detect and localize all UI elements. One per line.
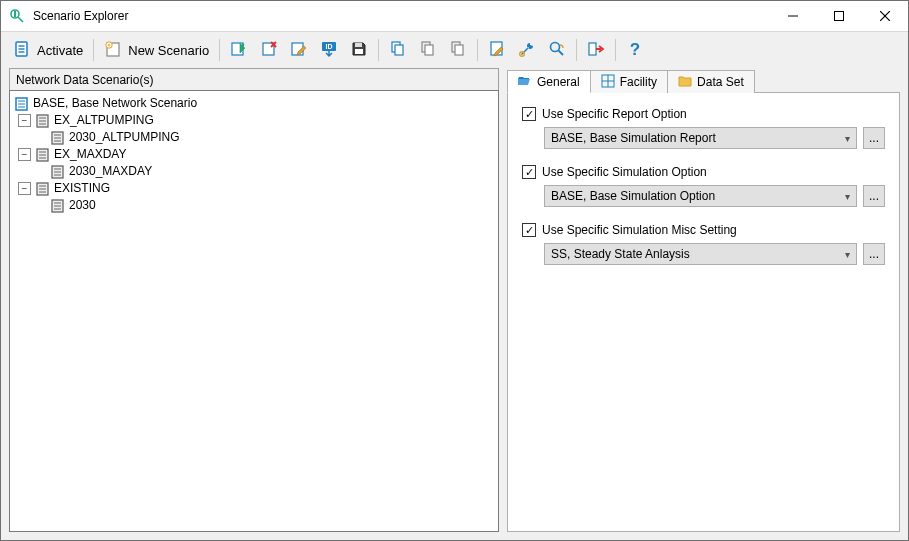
scenario-icon [35, 147, 50, 162]
svg-point-31 [551, 42, 560, 51]
dots-label: ... [869, 131, 879, 145]
combo-value: SS, Steady State Anlaysis [551, 247, 690, 261]
find-button[interactable] [542, 36, 572, 64]
separator [378, 39, 379, 61]
sim-combo[interactable]: BASE, Base Simulation Option ▾ [544, 185, 857, 207]
checkbox-checked-icon[interactable]: ✓ [522, 107, 536, 121]
tree-node[interactable]: 2030 [12, 197, 496, 214]
tree-label: EX_MAXDAY [54, 146, 126, 163]
combo-value: BASE, Base Simulation Report [551, 131, 716, 145]
use-misc-row[interactable]: ✓ Use Specific Simulation Misc Setting [522, 223, 885, 237]
tree-node[interactable]: 2030_MAXDAY [12, 163, 496, 180]
separator [93, 39, 94, 61]
collapse-icon[interactable]: − [18, 148, 31, 161]
svg-text:?: ? [630, 40, 640, 58]
notes-icon [488, 40, 506, 61]
checkbox-checked-icon[interactable]: ✓ [522, 165, 536, 179]
collapse-icon[interactable]: − [18, 182, 31, 195]
tree-node-base[interactable]: BASE, Base Network Scenario [12, 95, 496, 112]
use-report-label: Use Specific Report Option [542, 107, 687, 121]
sim-browse-button[interactable]: ... [863, 185, 885, 207]
save-icon [350, 40, 368, 61]
separator [219, 39, 220, 61]
tab-dataset[interactable]: Data Set [668, 70, 755, 93]
document-check-icon [13, 40, 31, 61]
refresh-icon [230, 40, 248, 61]
delete-icon [260, 40, 278, 61]
app-icon [9, 8, 25, 24]
scenario-icon [35, 113, 50, 128]
tree-label: EXISTING [54, 180, 110, 197]
use-sim-row[interactable]: ✓ Use Specific Simulation Option [522, 165, 885, 179]
svg-rect-22 [355, 49, 363, 54]
svg-rect-4 [835, 12, 844, 21]
export-button[interactable] [581, 36, 611, 64]
tab-label: General [537, 75, 580, 89]
collapse-icon[interactable]: − [18, 114, 31, 127]
edit-icon [290, 40, 308, 61]
combo-value: BASE, Base Simulation Option [551, 189, 715, 203]
tabs: General Facility Data Set [507, 68, 900, 92]
checkbox-checked-icon[interactable]: ✓ [522, 223, 536, 237]
close-button[interactable] [862, 1, 908, 31]
window: Scenario Explorer [0, 0, 909, 541]
wrench-icon [518, 40, 536, 61]
tab-facility[interactable]: Facility [591, 70, 668, 93]
edit-button[interactable] [284, 36, 314, 64]
tree-label: EX_ALTPUMPING [54, 112, 154, 129]
window-buttons [770, 1, 908, 31]
minimize-button[interactable] [770, 1, 816, 31]
report-combo[interactable]: BASE, Base Simulation Report ▾ [544, 127, 857, 149]
report-browse-button[interactable]: ... [863, 127, 885, 149]
maximize-button[interactable] [816, 1, 862, 31]
duplicate-button[interactable] [443, 36, 473, 64]
id-icon: ID [320, 40, 338, 61]
export-icon [587, 40, 605, 61]
svg-text:ID: ID [326, 43, 333, 50]
svg-rect-24 [395, 45, 403, 55]
toolbar: Activate New Scenario [1, 32, 908, 68]
svg-rect-26 [425, 45, 433, 55]
notes-button[interactable] [482, 36, 512, 64]
new-scenario-button[interactable]: New Scenario [98, 36, 215, 64]
right-panel: General Facility Data Set ✓ [507, 68, 900, 532]
misc-combo[interactable]: SS, Steady State Anlaysis ▾ [544, 243, 857, 265]
search-icon [548, 40, 566, 61]
separator [477, 39, 478, 61]
left-panel-header: Network Data Scenario(s) [9, 68, 499, 90]
tree-label: 2030_MAXDAY [69, 163, 152, 180]
refresh-button[interactable] [224, 36, 254, 64]
window-title: Scenario Explorer [33, 9, 770, 23]
id-button[interactable]: ID [314, 36, 344, 64]
tree-label: BASE, Base Network Scenario [33, 95, 197, 112]
activate-button[interactable]: Activate [7, 36, 89, 64]
folder-icon [678, 74, 692, 91]
tree-node[interactable]: − EX_ALTPUMPING [12, 112, 496, 129]
chevron-down-icon: ▾ [845, 191, 850, 202]
folder-open-icon [518, 73, 532, 90]
use-misc-label: Use Specific Simulation Misc Setting [542, 223, 737, 237]
svg-rect-21 [355, 43, 362, 47]
tree-node[interactable]: − EXISTING [12, 180, 496, 197]
tree-node[interactable]: 2030_ALTPUMPING [12, 129, 496, 146]
help-button[interactable]: ? [620, 36, 650, 64]
use-report-row[interactable]: ✓ Use Specific Report Option [522, 107, 885, 121]
delete-button[interactable] [254, 36, 284, 64]
new-document-icon [104, 40, 122, 61]
copy-button[interactable] [383, 36, 413, 64]
svg-line-1 [18, 17, 23, 22]
tree-label: 2030 [69, 197, 96, 214]
scenario-icon [35, 181, 50, 196]
scenario-tree[interactable]: BASE, Base Network Scenario − EX_ALTPUMP… [9, 90, 499, 532]
body: Network Data Scenario(s) BASE, Base Netw… [1, 68, 908, 540]
copy-icon [389, 40, 407, 61]
tree-node[interactable]: − EX_MAXDAY [12, 146, 496, 163]
save-button[interactable] [344, 36, 374, 64]
tab-general[interactable]: General [507, 70, 591, 93]
misc-browse-button[interactable]: ... [863, 243, 885, 265]
scenario-icon [50, 164, 65, 179]
paste-button[interactable] [413, 36, 443, 64]
separator [615, 39, 616, 61]
tool-button[interactable] [512, 36, 542, 64]
copy-doc2-icon [449, 40, 467, 61]
